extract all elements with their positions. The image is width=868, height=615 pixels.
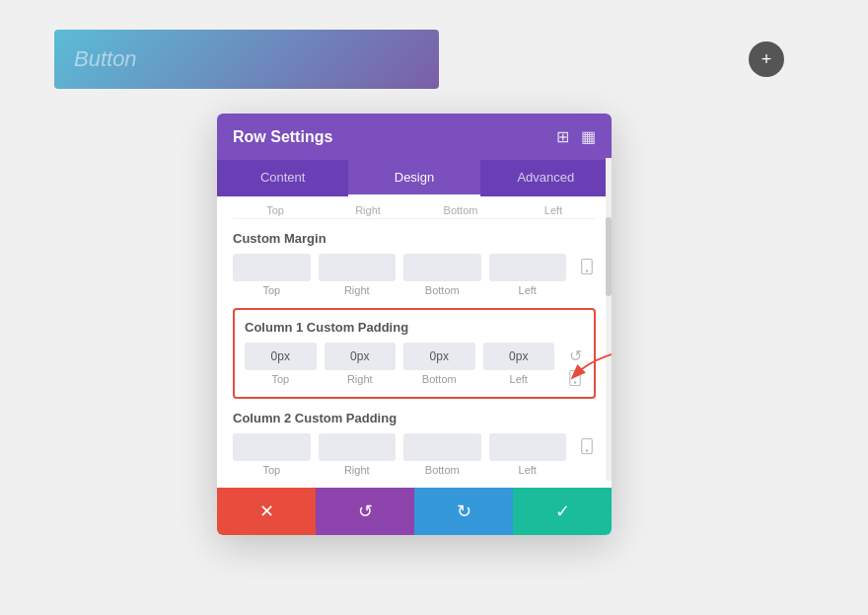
col1-bottom-label: Bottom — [422, 373, 457, 385]
scrollbar-thumb — [606, 217, 612, 296]
col1-left-input[interactable] — [483, 343, 555, 370]
column2-padding-section: Column 2 Custom Padding Top Right Bottom… — [233, 411, 596, 476]
margin-right-label: Right — [344, 284, 370, 296]
col2-left-label: Left — [519, 464, 537, 476]
redo-icon: ↻ — [457, 500, 471, 522]
col1-right-input[interactable] — [325, 343, 397, 370]
margin-top-group: Top — [233, 254, 311, 296]
add-button[interactable]: + — [749, 41, 784, 77]
col2-top-group: Top — [233, 433, 311, 476]
col2-bottom-group: Bottom — [403, 433, 481, 476]
button-preview-text: Button — [74, 46, 137, 72]
col1-right-group: Right — [325, 343, 397, 385]
highlight-arrow — [571, 340, 612, 389]
col1-top-input[interactable] — [245, 343, 317, 370]
partial-bottom-group: Bottom — [418, 204, 503, 216]
col1-bottom-input[interactable] — [403, 343, 475, 370]
col1-left-label: Left — [510, 373, 528, 385]
col2-right-label: Right — [344, 464, 370, 476]
column1-padding-section: Column 1 Custom Padding Top Right Bottom — [233, 308, 596, 399]
fullscreen-icon[interactable]: ⊞ — [556, 127, 569, 146]
column2-padding-label: Column 2 Custom Padding — [233, 411, 596, 425]
row-settings-modal: Row Settings ⊞ ▦ Content Design Advanced… — [217, 114, 612, 535]
custom-margin-inputs: Top Right Bottom Left — [233, 254, 596, 296]
partial-bottom-label: Bottom — [444, 204, 478, 216]
margin-top-input[interactable] — [233, 254, 311, 281]
margin-right-group: Right — [319, 254, 397, 296]
tab-content[interactable]: Content — [217, 160, 348, 196]
col2-left-input[interactable] — [489, 433, 567, 461]
modal-body: Top Right Bottom Left Custom Margin Top — [217, 196, 612, 488]
col1-right-label: Right — [347, 373, 373, 385]
column2-padding-inputs: Top Right Bottom Left — [233, 433, 596, 476]
margin-left-label: Left — [519, 284, 537, 296]
partial-top-label: Top — [266, 204, 284, 216]
grid-icon[interactable]: ▦ — [581, 127, 596, 146]
save-icon: ✓ — [555, 500, 570, 522]
modal-title: Row Settings — [233, 128, 332, 146]
margin-right-input[interactable] — [319, 254, 397, 281]
col1-left-group: Left — [483, 343, 555, 385]
plus-icon: + — [761, 49, 772, 70]
partial-top-group: Top — [233, 204, 318, 216]
column1-padding-inputs: Top Right Bottom Left ↺ — [245, 343, 584, 387]
col2-bottom-input[interactable] — [403, 433, 481, 461]
margin-bottom-input[interactable] — [403, 254, 481, 281]
margin-responsive-icon[interactable] — [578, 254, 596, 275]
redo-button[interactable]: ↻ — [414, 488, 513, 535]
col1-top-group: Top — [245, 343, 317, 385]
modal-footer: ✕ ↺ ↻ ✓ — [217, 488, 612, 535]
col2-top-label: Top — [262, 464, 280, 476]
margin-top-label: Top — [262, 284, 280, 296]
custom-margin-section: Custom Margin Top Right Bottom Left — [233, 231, 596, 296]
margin-left-input[interactable] — [489, 254, 567, 281]
custom-margin-label: Custom Margin — [233, 231, 596, 246]
col2-top-input[interactable] — [233, 433, 311, 461]
column1-padding-label: Column 1 Custom Padding — [245, 320, 584, 335]
margin-bottom-label: Bottom — [425, 284, 460, 296]
scrollbar[interactable] — [606, 158, 612, 481]
save-button[interactable]: ✓ — [513, 488, 612, 535]
tab-design[interactable]: Design — [348, 160, 479, 196]
margin-bottom-group: Bottom — [403, 254, 481, 296]
partial-right-group: Right — [326, 204, 410, 216]
cancel-button[interactable]: ✕ — [217, 488, 316, 535]
modal-tabs: Content Design Advanced — [217, 160, 612, 196]
modal-header-icons: ⊞ ▦ — [556, 127, 596, 146]
cancel-icon: ✕ — [259, 500, 274, 522]
col2-right-group: Right — [319, 433, 397, 476]
reset-button[interactable]: ↺ — [316, 488, 414, 535]
tab-advanced[interactable]: Advanced — [480, 160, 612, 196]
modal-header: Row Settings ⊞ ▦ — [217, 114, 612, 160]
margin-left-group: Left — [489, 254, 567, 296]
button-preview: Button — [54, 30, 439, 89]
col2-responsive-icon[interactable] — [578, 433, 596, 455]
col2-right-input[interactable] — [319, 433, 397, 461]
top-row-partial: Top Right Bottom Left — [233, 196, 596, 219]
partial-left-group: Left — [511, 204, 596, 216]
partial-right-label: Right — [355, 204, 381, 216]
reset-icon: ↺ — [358, 500, 373, 522]
col2-left-group: Left — [489, 433, 567, 476]
col1-top-label: Top — [271, 373, 289, 385]
partial-left-label: Left — [544, 204, 562, 216]
col1-bottom-group: Bottom — [403, 343, 475, 385]
svg-point-6 — [586, 450, 588, 452]
col2-bottom-label: Bottom — [425, 464, 460, 476]
svg-point-1 — [586, 270, 588, 272]
